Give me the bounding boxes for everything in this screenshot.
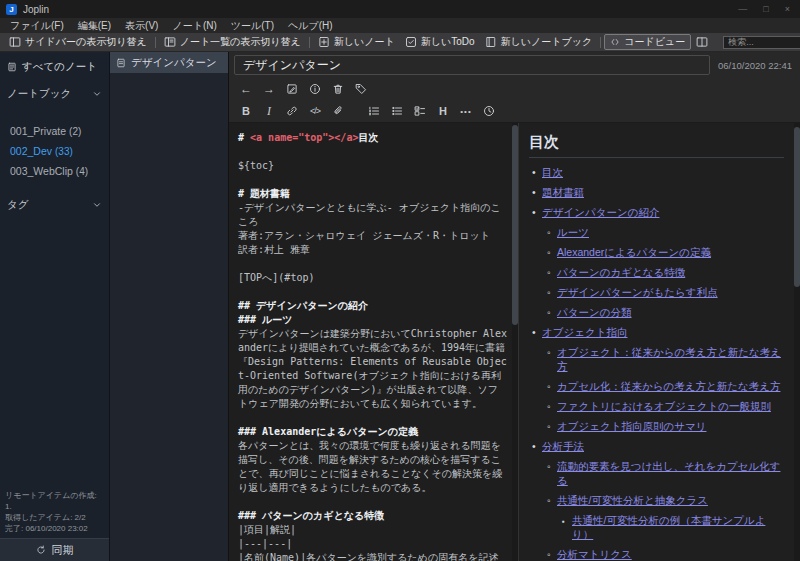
minimize-button[interactable]: — [738,4,747,14]
note-icon [116,58,126,68]
back-button[interactable]: ← [236,80,256,98]
toc-item: 目次 [542,165,784,179]
forward-button[interactable]: → [259,80,279,98]
editor-content: # <a name="top"></a>目次${toc}# 題材書籍-デザインパ… [238,131,508,561]
sidebar-item-all-notes[interactable]: すべてのノート [0,52,109,80]
new-notebook-button[interactable]: 新しいノートブック [480,34,598,50]
menu-help[interactable]: ヘルプ(H) [281,18,340,33]
bullet-list-button[interactable] [387,102,407,120]
hyperlink-button[interactable] [282,102,302,120]
tags-button[interactable] [351,80,371,98]
toc-item: 流動的要素を見つけ出し、それをカプセル化する [557,459,784,487]
toc-link[interactable]: オブジェクト指向原則のサマリ [557,420,706,432]
italic-button[interactable]: I [259,102,279,120]
checkbox-list-button[interactable] [410,102,430,120]
menu-edit[interactable]: 編集(E) [71,18,118,33]
horizontal-rule-button[interactable]: ••• [456,102,476,120]
toggle-notelist-button[interactable]: ノート一覧の表示切り替え [159,34,306,50]
editor-line: |---|---| [238,537,508,551]
insert-datetime-button[interactable] [479,102,499,120]
toc-item: パターンのカギとなる特徴 [557,265,784,279]
editor-scrollbar[interactable] [512,123,518,561]
viewer-scrollbar[interactable] [794,123,800,561]
editor-line [238,285,508,299]
toc-link[interactable]: 共通性/可変性分析と抽象クラス [557,494,708,506]
menu-view[interactable]: 表示(V) [118,18,165,33]
toggle-sidebar-button[interactable]: サイドバーの表示切り替え [4,34,152,50]
toc-link[interactable]: パターンの分類 [557,306,631,318]
menu-note[interactable]: ノート(N) [165,18,223,33]
numbered-list-icon [368,105,380,117]
editor-line [238,173,508,187]
toc-link[interactable]: デザインパターンがもたらす利点 [557,286,717,298]
notebooks-header[interactable]: ノートブック [0,80,109,108]
new-todo-button[interactable]: 新しいToDo [400,34,480,50]
maximize-button[interactable]: □ [763,4,768,14]
editor-line: ### Alexanderによるパターンの定義 [238,425,508,439]
toolbar-separator [309,37,310,48]
toc-link[interactable]: パターンのカギとなる特徴 [557,266,685,278]
toc-item: 共通性/可変性分析と抽象クラス共通性/可変性分析の例（本書サンプルより） [557,493,784,541]
markdown-editor[interactable]: # <a name="top"></a>目次${toc}# 題材書籍-デザインパ… [229,123,518,561]
search-input[interactable] [723,36,800,49]
all-notes-icon [7,62,17,72]
toc-item: オブジェクト指向オブジェクト：従来からの考え方と新たな考え方カプセル化：従来から… [542,325,784,433]
close-button[interactable]: × [785,4,790,14]
notebook-item[interactable]: 002_Dev(33) [0,141,109,161]
inline-code-button[interactable]: </> [305,102,325,120]
new-note-button[interactable]: 新しいノート [313,34,400,50]
toc-link[interactable]: 分析手法 [542,440,584,452]
toc-link[interactable]: 目次 [542,166,563,178]
toc-link[interactable]: ルーツ [557,226,589,238]
editor-scrollbar-thumb[interactable] [512,125,518,325]
sync-button[interactable]: 同期 [0,538,109,561]
toc-link[interactable]: 題材書籍 [542,186,584,198]
main-toolbar: サイドバーの表示切り替え ノート一覧の表示切り替え 新しいノート 新しいToDo… [0,33,800,52]
window-title: Joplin [23,4,49,15]
external-edit-icon [286,83,298,95]
viewer-scrollbar-thumb[interactable] [794,127,800,287]
toc-link[interactable]: オブジェクト：従来からの考え方と新たな考え方 [557,346,781,372]
chevron-down-icon[interactable] [92,89,102,99]
trash-icon [332,83,344,95]
joplin-logo-icon: J [6,4,17,15]
toc-link[interactable]: 流動的要素を見つけ出し、それをカプセル化する [557,460,780,486]
editor-line [238,257,508,271]
toc-link[interactable]: オブジェクト指向 [542,326,627,338]
note-title-input[interactable] [234,55,710,75]
note-list: デザインパターン [110,52,229,561]
bold-button[interactable]: B [236,102,256,120]
numbered-list-button[interactable] [364,102,384,120]
notebook-item[interactable]: 003_WebClip(4) [0,161,109,181]
split-layout-icon [696,36,708,48]
editor-layout-button[interactable] [691,35,713,49]
note-list-item[interactable]: デザインパターン [110,52,228,73]
menu-file[interactable]: ファイル(F) [3,18,71,33]
toc-link[interactable]: 共通性/可変性分析の例（本書サンプルより） [572,514,765,540]
tags-header[interactable]: タグ [0,191,109,219]
editor-line: # <a name="top"></a>目次 [238,131,508,145]
toc-item: パターンの分類 [557,305,784,319]
code-view-button[interactable]: コードビュー [604,34,691,50]
external-edit-button[interactable] [282,80,302,98]
menu-tools[interactable]: ツール(T) [224,18,281,33]
toc-link[interactable]: 分析マトリクス [557,548,632,560]
toc-link[interactable]: Alexanderによるパターンの定義 [557,246,711,258]
sync-button-label: 同期 [52,543,74,558]
editor-line: ## デザインパターンの紹介 [238,299,508,313]
clock-icon [483,105,495,117]
notebook-item[interactable]: 001_Private(2) [0,121,109,141]
link-icon [286,105,298,117]
chevron-down-icon[interactable] [92,200,102,210]
toc-link[interactable]: カプセル化：従来からの考え方と新たな考え方 [557,380,780,392]
toc-link[interactable]: デザインパターンの紹介 [542,206,659,218]
delete-note-button[interactable] [328,80,348,98]
attach-file-button[interactable] [328,102,348,120]
editor-line [238,411,508,425]
editor-line: |名前(Name)|各パターンを識別するための固有名を記述します。| [238,551,508,561]
note-properties-button[interactable] [305,80,325,98]
heading-button[interactable]: H [433,102,453,120]
editor-line [238,495,508,509]
joplin-window: J Joplin — □ × ファイル(F) 編集(E) 表示(V) ノート(N… [0,0,800,561]
toc-link[interactable]: ファクトリにおけるオブジェクトの一般規則 [557,400,771,412]
